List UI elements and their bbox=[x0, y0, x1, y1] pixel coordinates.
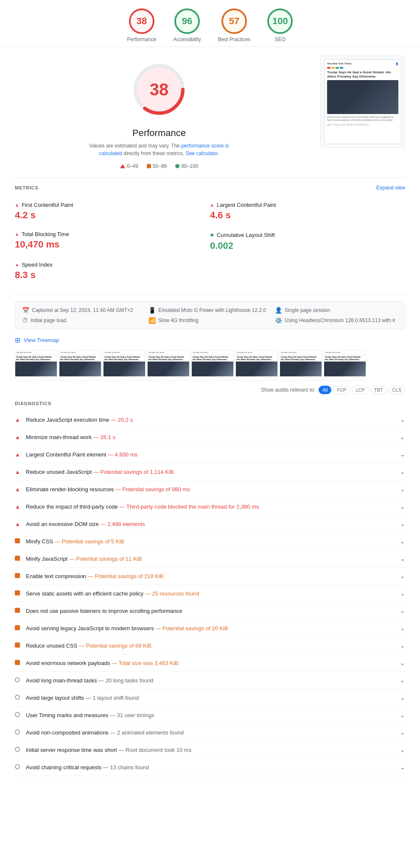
capture-device-row: 📱 Emulated Moto G Power with Lighthouse … bbox=[148, 307, 272, 314]
capture-session-row: 👤 Single page session bbox=[275, 307, 398, 314]
chevron-icon: ⌄ bbox=[400, 486, 405, 492]
score-accessibility[interactable]: 96 Accessibility bbox=[173, 8, 201, 42]
metric-cls: ● Cumulative Layout Shift 0.002 bbox=[210, 226, 405, 256]
score-label-best-practices: Best Practices bbox=[218, 36, 251, 42]
audit-text: Avoid large layout shifts — 1 layout shi… bbox=[26, 695, 139, 701]
audit-critical-requests[interactable]: Avoid chaining critical requests — 13 ch… bbox=[15, 759, 405, 776]
audit-long-tasks[interactable]: Avoid long main-thread tasks — 20 long t… bbox=[15, 672, 405, 689]
orange-sq-icon bbox=[15, 643, 22, 649]
audit-server-response[interactable]: Initial server response time was short —… bbox=[15, 741, 405, 759]
chevron-icon: ⌄ bbox=[400, 555, 405, 562]
audit-minify-css[interactable]: Minify CSS — Potential savings of 5 KiB … bbox=[15, 533, 405, 550]
chevron-icon: ⌄ bbox=[400, 451, 405, 458]
screenshot-frame: The New York Times 👤 Trump Says He Had a… bbox=[320, 56, 405, 148]
audit-render-blocking[interactable]: ▲ Eliminate render-blocking resources — … bbox=[15, 481, 405, 498]
audit-dom-size[interactable]: ▲ Avoid an excessive DOM size — 2,498 el… bbox=[15, 515, 405, 533]
filmstrip: The New York Times Trump Says He Had a G… bbox=[15, 350, 405, 381]
audit-detail: — Root document took 10 ms bbox=[118, 747, 191, 753]
expand-view-link[interactable]: Expand view bbox=[376, 185, 405, 191]
metric-name-tbt: ▲ Total Blocking Time bbox=[15, 231, 210, 237]
audit-passive-listeners[interactable]: Does not use passive listeners to improv… bbox=[15, 602, 405, 620]
browser-icon: ⚙️ bbox=[275, 317, 282, 324]
treemap-link[interactable]: ⊞ View Treemap bbox=[15, 336, 405, 344]
screenshot-mock: The New York Times 👤 Trump Says He Had a… bbox=[324, 59, 401, 144]
chevron-icon: ⌄ bbox=[400, 694, 405, 701]
chevron-icon: ⌄ bbox=[400, 434, 405, 440]
audit-lcp-elem[interactable]: ▲ Largest Contentful Paint element — 4,6… bbox=[15, 446, 405, 463]
capture-date: Captured at Sep 12, 2024, 11:40 AM GMT+2 bbox=[32, 307, 133, 313]
perf-right: The New York Times 👤 Trump Says He Had a… bbox=[320, 56, 405, 148]
audit-text: Minify CSS — Potential savings of 5 KiB bbox=[26, 538, 124, 545]
treemap-label: View Treemap bbox=[24, 337, 59, 343]
orange-sq-icon bbox=[15, 590, 22, 597]
capture-throttle: Slow 4G throttling bbox=[158, 317, 199, 323]
capture-throttle-row: 📶 Slow 4G throttling bbox=[148, 317, 272, 324]
metric-value-lcp: 4.6 s bbox=[210, 210, 405, 221]
film-image: The New York Times Trump Says He Had a G… bbox=[148, 351, 189, 380]
filmstrip-frame: The New York Times Trump Says He Had a G… bbox=[59, 350, 101, 381]
audit-main-thread[interactable]: ▲ Minimize main-thread work — 26.1 s ⌄ bbox=[15, 428, 405, 446]
audit-detail: — Potential savings of 5 KiB bbox=[55, 538, 124, 545]
filter-btn-all[interactable]: All bbox=[319, 386, 331, 394]
capture-session: Single page session bbox=[285, 307, 330, 313]
filter-btn-lcp[interactable]: LCP bbox=[352, 386, 368, 394]
diagnostics-title: DIAGNOSTICS bbox=[15, 401, 405, 406]
chevron-icon: ⌄ bbox=[400, 729, 405, 736]
red-tri-icon: ▲ bbox=[15, 469, 22, 475]
red-tri-icon: ▲ bbox=[15, 417, 22, 423]
audit-user-timing[interactable]: User Timing marks and measures — 31 user… bbox=[15, 707, 405, 724]
audit-detail: — 20.2 s bbox=[111, 417, 133, 423]
calculator-link[interactable]: See calculator. bbox=[186, 150, 219, 156]
audit-layout-shifts[interactable]: Avoid large layout shifts — 1 layout shi… bbox=[15, 689, 405, 707]
capture-load: Initial page load bbox=[31, 317, 66, 323]
filter-btn-cls[interactable]: CLS bbox=[389, 386, 405, 394]
audit-text: Reduce JavaScript execution time — 20.2 … bbox=[26, 417, 133, 423]
red-tri-icon: ▲ bbox=[15, 486, 22, 492]
filter-btn-tbt[interactable]: TBT bbox=[370, 386, 387, 394]
filmstrip-frame: The New York Times Trump Says He Had a G… bbox=[147, 350, 190, 381]
device-icon: 📱 bbox=[148, 307, 156, 314]
audit-minify-js[interactable]: Minify JavaScript — Potential savings of… bbox=[15, 550, 405, 568]
gray-circle-icon bbox=[15, 677, 22, 684]
audit-unused-css[interactable]: Reduce unused CSS — Potential savings of… bbox=[15, 637, 405, 654]
audit-detail: — 4,600 ms bbox=[108, 451, 137, 458]
score-best-practices[interactable]: 57 Best Practices bbox=[218, 8, 251, 42]
audit-js-exec[interactable]: ▲ Reduce JavaScript execution time — 20.… bbox=[15, 411, 405, 428]
chevron-icon: ⌄ bbox=[400, 642, 405, 649]
score-performance[interactable]: 38 Performance bbox=[127, 8, 157, 42]
audit-detail: — Third-party code blocked the main thre… bbox=[119, 504, 259, 510]
chevron-icon: ⌄ bbox=[400, 677, 405, 684]
filmstrip-frame: The New York Times Trump Says He Had a G… bbox=[191, 350, 234, 381]
audit-cache-policy[interactable]: Serve static assets with an efficient ca… bbox=[15, 585, 405, 602]
session-icon: 👤 bbox=[275, 307, 282, 314]
score-seo[interactable]: 100 SEO bbox=[267, 8, 293, 42]
audit-detail: — Potential savings of 11 KiB bbox=[69, 556, 142, 562]
filter-btn-fcp[interactable]: FCP bbox=[333, 386, 350, 394]
audit-text: Reduce the impact of third-party code — … bbox=[26, 504, 259, 510]
chevron-icon: ⌄ bbox=[400, 520, 405, 527]
red-tri-icon: ▲ bbox=[15, 504, 22, 510]
audit-third-party[interactable]: ▲ Reduce the impact of third-party code … bbox=[15, 498, 405, 515]
capture-load-row: ⏱ Initial page load bbox=[22, 317, 145, 324]
audit-unused-js[interactable]: ▲ Reduce unused JavaScript — Potential s… bbox=[15, 463, 405, 481]
audit-legacy-js[interactable]: Avoid serving legacy JavaScript to moder… bbox=[15, 620, 405, 637]
film-image: The New York Times Trump Says He Had a G… bbox=[59, 351, 101, 380]
tri-icon: ▲ bbox=[15, 262, 19, 267]
score-circle-seo: 100 bbox=[267, 8, 293, 34]
dot-icon: ● bbox=[210, 231, 214, 239]
audit-text: User Timing marks and measures — 31 user… bbox=[26, 712, 154, 718]
chevron-icon: ⌄ bbox=[400, 746, 405, 753]
load-icon: ⏱ bbox=[22, 317, 28, 324]
filmstrip-frame: The New York Times Trump Says He Had a G… bbox=[324, 350, 366, 381]
metric-value-si: 8.3 s bbox=[15, 270, 210, 281]
score-label-accessibility: Accessibility bbox=[173, 36, 201, 42]
red-tri-icon: ▲ bbox=[15, 434, 22, 440]
orange-sq-icon bbox=[15, 538, 22, 545]
audit-detail: — 13 chains found bbox=[103, 764, 149, 771]
filmstrip-frame: The New York Times Trump Says He Had a G… bbox=[235, 350, 278, 381]
audit-non-composited[interactable]: Avoid non-composited animations — 2 anim… bbox=[15, 724, 405, 741]
audit-network-payloads[interactable]: Avoid enormous network payloads — Total … bbox=[15, 654, 405, 672]
chevron-icon: ⌄ bbox=[400, 712, 405, 718]
audit-text-compression[interactable]: Enable text compression — Potential savi… bbox=[15, 568, 405, 585]
gray-circle-icon bbox=[15, 729, 22, 736]
